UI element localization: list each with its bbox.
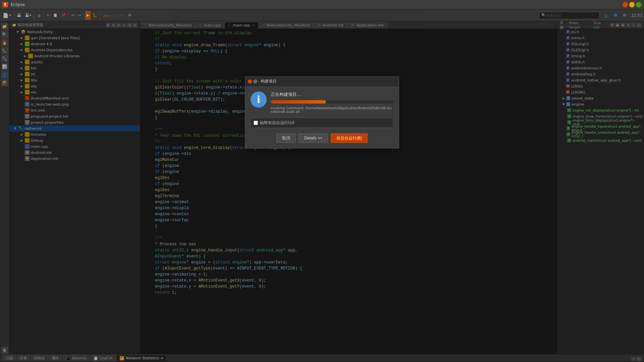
maximize-button[interactable] <box>636 2 641 7</box>
app-title: Eclipse <box>11 2 25 7</box>
dialog-info-icon: i <box>251 92 267 108</box>
progress-bar <box>271 100 326 104</box>
titlebar: E Eclipse <box>0 0 644 9</box>
background-run-button[interactable]: 在后台运行(B) <box>331 133 368 143</box>
info-letter: i <box>257 94 260 105</box>
build-command-text: Invoking Command: /home/kekekekeshi/Appl… <box>271 106 393 114</box>
dialog-checkbox-row: 始终在后台运行(U) <box>251 118 393 128</box>
details-button[interactable]: Details >> <box>299 133 328 143</box>
dialog-top-row: i 正在构建项目... Invoking Command: /home/keke… <box>251 92 393 114</box>
background-run-checkbox[interactable] <box>254 121 258 125</box>
background-run-label[interactable]: 始终在后台运行(U) <box>260 120 294 126</box>
dialog-min-dot[interactable] <box>253 79 257 83</box>
build-status-text: 正在构建项目... <box>271 92 393 98</box>
dialog-body: i 正在构建项目... Invoking Command: /home/keke… <box>245 86 399 148</box>
dialog-close-dot[interactable] <box>248 79 252 83</box>
progress-bar-container <box>271 100 393 104</box>
dialog-buttons: 取消 Details >> 在后台运行(B) <box>251 133 393 143</box>
app-icon: E <box>3 2 8 7</box>
dialog-window-controls <box>248 79 257 83</box>
modal-overlay: 构建项目 i 正在构建项目... Invoking Command: /home… <box>0 9 644 362</box>
window-controls <box>623 2 641 7</box>
build-dialog: 构建项目 i 正在构建项目... Invoking Command: /home… <box>245 76 399 148</box>
minimize-button[interactable] <box>629 2 635 7</box>
close-button[interactable] <box>623 2 628 7</box>
cancel-button[interactable]: 取消 <box>276 133 296 143</box>
dialog-text-area: 正在构建项目... Invoking Command: /home/kekeke… <box>271 92 393 114</box>
dialog-title: 构建项目 <box>261 78 277 84</box>
dialog-titlebar: 构建项目 <box>245 77 399 86</box>
